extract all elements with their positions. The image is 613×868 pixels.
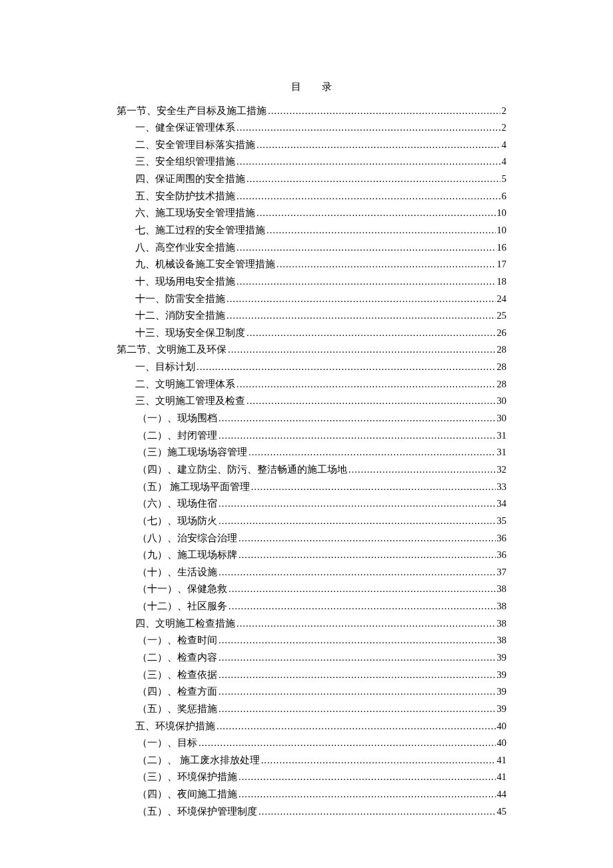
toc-leader-dots [239,769,496,785]
toc-leader-dots [237,376,496,393]
toc-entry-label: （四）、检查方面 [137,683,217,700]
toc-entry-page: 32 [497,461,507,478]
toc-entry-page: 38 [497,632,507,649]
toc-entry: 二、文明施工管理体系28 [117,376,506,393]
toc-entry: 三、安全组织管理措施4 [117,153,506,170]
toc-entry: （十二）、社区服务38 [117,598,506,615]
toc-entry-page: 34 [497,495,507,512]
toc-leader-dots [237,153,500,170]
toc-entry: （十）、生活设施37 [117,564,506,581]
toc-leader-dots [237,239,496,256]
toc-entry-label: （二）、检查内容 [137,649,217,666]
toc-entry-label: 第二节、文明施工及环保 [117,341,227,358]
toc-entry-page: 39 [497,701,507,717]
toc-leader-dots [229,581,496,597]
toc-entry-label: 二、安全管理目标落实措施 [135,137,255,153]
toc-entry: 七、施工过程的安全管理措施10 [117,222,506,239]
toc-entry-label: 第一节、安全生产目标及施工措施 [117,103,267,119]
toc-entry-label: 十一、防雷安全措施 [135,291,225,307]
toc-entry: （三）、环境保护措施41 [117,769,506,785]
toc-entry-label: 五、安全防护技术措施 [135,188,235,205]
toc-entry-label: （五）、环境保护管理制度 [137,803,257,820]
toc-entry-label: （一）、现场围档 [137,410,217,427]
toc-entry-page: 28 [497,376,507,393]
toc-entry: （一）、现场围档30 [117,410,506,427]
toc-entry-page: 4 [502,137,506,153]
toc-entry-page: 10 [497,205,507,221]
toc-entry-page: 6 [502,188,506,205]
toc-entry: （一）、目标40 [117,735,506,751]
toc-entry-page: 38 [497,615,507,632]
toc-leader-dots [247,393,496,409]
toc-entry: 九、机械设备施工安全管理措施17 [117,256,506,273]
toc-entry: 二、安全管理目标落实措施4 [117,137,506,153]
toc-entry: 三、文明施工管理及检查30 [117,393,506,409]
toc-entry-label: （十一）、保健急救 [137,581,227,597]
toc-entry-label: （三）、环境保护措施 [137,769,237,785]
toc-leader-dots [228,341,496,358]
toc-entry-label: 四、文明施工检查措施 [135,615,235,632]
toc-entry-page: 17 [497,256,507,273]
toc-entry-label: （四）、建立防尘、防污、整洁畅通的施工场地 [137,461,347,478]
toc-entry-label: 六、施工现场安全管理措施 [135,205,255,221]
toc-entry-page: 24 [497,291,507,307]
toc-leader-dots [237,615,496,632]
toc-entry-page: 2 [502,103,506,119]
toc-leader-dots [197,359,496,375]
toc-entry: 十、现场用电安全措施18 [117,273,506,290]
toc-entry: 十一、防雷安全措施24 [117,291,506,307]
toc-entry-label: 九、机械设备施工安全管理措施 [135,256,275,273]
toc-entry: 五、安全防护技术措施6 [117,188,506,205]
toc-entry: （五） 施工现场平面管理33 [117,479,506,495]
toc-leader-dots [247,325,496,341]
toc-entry: 第二节、文明施工及环保28 [117,341,506,358]
toc-entry-label: （五） 施工现场平面管理 [137,479,250,495]
toc-entry-page: 41 [497,752,507,769]
toc-entry-label: 八、高空作业安全措施 [135,239,235,256]
toc-leader-dots [261,752,496,769]
toc-leader-dots [257,205,496,221]
toc-entry-page: 31 [497,427,507,444]
toc-entry-page: 4 [502,153,506,170]
toc-entry: 四、保证周围的安全措施5 [117,171,506,187]
toc-entry: （三）、检查依据39 [117,667,506,683]
toc-entry-label: （六）、现场住宿 [137,495,217,512]
toc-entry-label: （八）、治安综合治理 [137,530,237,547]
toc-entry-page: 36 [497,530,507,547]
toc-leader-dots [237,119,500,136]
toc-entry: （五）、奖惩措施39 [117,701,506,717]
toc-leader-dots [219,667,496,683]
toc-entry-page: 28 [497,359,507,375]
toc-entry-label: 十三、现场安全保卫制度 [135,325,245,341]
toc-entry-label: 一、健全保证管理体系 [135,119,235,136]
toc-leader-dots [227,307,496,324]
toc-entry-label: 十、现场用电安全措施 [135,273,235,290]
toc-entry-label: （四）、夜间施工措施 [137,786,237,803]
toc-entry: （七）、现场防火35 [117,513,506,529]
toc-leader-dots [268,103,500,119]
toc-leader-dots [237,273,496,290]
toc-entry: （五）、环境保护管理制度45 [117,803,506,820]
toc-leader-dots [267,222,496,239]
toc-leader-dots [229,598,496,615]
toc-leader-dots [249,444,496,461]
toc-entry: 一、健全保证管理体系2 [117,119,506,136]
toc-entry-label: （二）、 施工废水排放处理 [137,752,260,769]
toc-entry: 八、高空作业安全措施16 [117,239,506,256]
toc-entry: （二）、 施工废水排放处理41 [117,752,506,769]
toc-title: 目 录 [117,79,506,96]
toc-entry: 四、文明施工检查措施38 [117,615,506,632]
toc-leader-dots [219,513,496,529]
toc-entry-page: 36 [497,547,507,563]
toc-leader-dots [348,461,496,478]
toc-entry-label: （五）、奖惩措施 [137,701,217,717]
toc-entry-page: 40 [497,718,507,735]
toc-leader-dots [219,495,496,512]
toc-leader-dots [199,735,496,751]
table-of-contents: 第一节、安全生产目标及施工措施2一、健全保证管理体系2二、安全管理目标落实措施4… [117,103,506,820]
toc-entry-page: 26 [497,325,507,341]
toc-entry: （四）、建立防尘、防污、整洁畅通的施工场地32 [117,461,506,478]
toc-leader-dots [219,564,496,581]
toc-leader-dots [239,547,496,563]
toc-entry-page: 2 [502,119,506,136]
